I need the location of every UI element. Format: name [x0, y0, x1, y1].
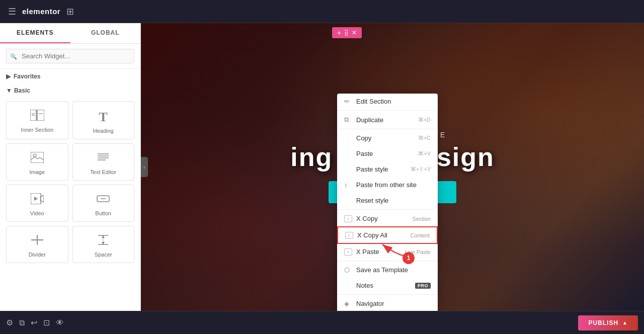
history-icon[interactable]: ↩ — [31, 318, 37, 327]
edit-section-label: Edit Section — [356, 98, 391, 105]
basic-section-header: ▼ Basic — [0, 84, 140, 97]
paste-style-left: Paste style — [344, 165, 388, 173]
responsive-icon[interactable]: ⊡ — [43, 318, 50, 327]
duplicate-left: ⧉ Duplicate — [344, 116, 383, 124]
svg-marker-13 — [34, 197, 38, 201]
save-template-left: ⬡ Save as Template — [344, 266, 408, 274]
context-menu-duplicate[interactable]: ⧉ Duplicate ⌘+D — [337, 112, 438, 128]
widget-heading[interactable]: T Heading — [72, 101, 135, 139]
divider-2 — [337, 129, 438, 129]
menu-icon[interactable]: ☰ — [8, 6, 16, 17]
add-element-icon[interactable]: + — [337, 29, 341, 37]
close-element-icon[interactable]: ✕ — [352, 29, 357, 36]
main-layout: ELEMENTS GLOBAL ▶ Favorites ▼ Basic Inn — [0, 23, 644, 311]
canvas-controls: + ⣿ ✕ — [332, 27, 362, 38]
app-title: elementor — [22, 7, 60, 16]
inner-section-label: Inner Section — [21, 127, 53, 133]
preview-icon[interactable]: 👁 — [56, 318, 64, 327]
button-icon — [97, 193, 110, 207]
layers-icon[interactable]: ⧉ — [19, 318, 25, 327]
sidebar: ELEMENTS GLOBAL ▶ Favorites ▼ Basic Inn — [0, 23, 141, 311]
widget-spacer[interactable]: Spacer — [72, 226, 135, 263]
context-menu-paste[interactable]: Paste ⌘+V — [337, 146, 438, 161]
widget-button[interactable]: Button — [72, 185, 135, 222]
publish-label: PUBLISH — [588, 319, 618, 326]
tab-elements[interactable]: ELEMENTS — [0, 23, 70, 43]
copy-label: Copy — [356, 134, 371, 142]
divider-1 — [337, 110, 438, 111]
text-editor-icon — [97, 152, 110, 166]
publish-button[interactable]: PUBLISH ▲ — [578, 315, 638, 330]
spacer-label: Spacer — [95, 252, 112, 258]
widget-video[interactable]: Video — [6, 185, 68, 222]
context-menu-paste-other[interactable]: ↕ Paste from other site — [337, 177, 438, 193]
context-menu-copy[interactable]: Copy ⌘+C — [337, 130, 438, 146]
x-paste-left: X X Paste — [344, 248, 379, 256]
search-input[interactable] — [6, 49, 134, 63]
notes-label: Notes — [356, 282, 373, 289]
svg-rect-5 — [31, 152, 44, 163]
context-menu-navigator[interactable]: ◈ Navigator — [337, 296, 438, 311]
reset-style-label: Reset style — [356, 197, 388, 204]
paste-style-shortcut: ⌘+⇧+V — [411, 166, 431, 173]
x-paste-checkbox: X — [344, 248, 352, 256]
tab-global[interactable]: GLOBAL — [70, 23, 141, 43]
edit-icon: ✏ — [344, 98, 352, 105]
x-paste-label: X Paste — [356, 248, 379, 256]
duplicate-label: Duplicate — [356, 116, 383, 124]
widget-divider[interactable]: Divider — [6, 226, 68, 263]
context-menu-x-copy[interactable]: X X Copy Section — [337, 211, 438, 226]
spacer-icon — [97, 234, 110, 248]
bottom-bar-left: ⚙ ⧉ ↩ ⊡ 👁 — [6, 318, 64, 327]
divider-5 — [337, 294, 438, 295]
navigator-label: Navigator — [356, 300, 384, 307]
widget-inner-section[interactable]: Inner Section — [6, 101, 68, 139]
svg-point-6 — [33, 154, 36, 157]
button-label: Button — [95, 210, 111, 216]
move-element-icon[interactable]: ⣿ — [344, 29, 349, 36]
context-menu-paste-style[interactable]: Paste style ⌘+⇧+V — [337, 161, 438, 177]
image-icon — [31, 152, 44, 166]
x-copy-checkbox: X — [344, 215, 352, 222]
navigator-left: ◈ Navigator — [344, 300, 384, 307]
search-wrapper — [6, 49, 134, 63]
settings-icon[interactable]: ⚙ — [6, 318, 13, 327]
notes-left: Notes — [344, 282, 373, 289]
widget-text-editor[interactable]: Text Editor — [72, 143, 135, 181]
widget-image[interactable]: Image — [6, 143, 68, 181]
paste-label: Paste — [356, 150, 373, 157]
text-editor-label: Text Editor — [90, 169, 116, 175]
save-template-icon: ⬡ — [344, 266, 352, 274]
favorites-section[interactable]: ▶ Favorites — [0, 69, 140, 84]
x-copy-all-checkbox: X — [345, 232, 353, 239]
sidebar-search — [0, 44, 140, 69]
paste-other-icon: ↕ — [344, 181, 352, 189]
svg-marker-12 — [41, 195, 44, 202]
basic-label: Basic — [14, 87, 30, 94]
paste-left: Paste — [344, 150, 373, 157]
context-menu-edit-section[interactable]: ✏ Edit Section — [337, 94, 438, 109]
canvas-area: + ⣿ ✕ GAMESITE TEMPLATE ing Site Design … — [141, 23, 644, 311]
reset-style-left: Reset style — [344, 197, 388, 204]
save-template-label: Save as Template — [356, 266, 408, 274]
favorites-label: Favorites — [14, 73, 40, 80]
duplicate-shortcut: ⌘+D — [418, 117, 431, 123]
copy-left: Copy — [344, 134, 371, 142]
context-menu-notes[interactable]: Notes PRO — [337, 278, 438, 293]
context-menu-reset-style[interactable]: Reset style — [337, 193, 438, 208]
x-copy-right-label: Section — [412, 216, 431, 222]
paste-shortcut: ⌘+V — [418, 150, 431, 157]
heading-label: Heading — [93, 128, 114, 134]
context-menu-save-template[interactable]: ⬡ Save as Template — [337, 262, 438, 278]
top-bar: ☰ elementor ⊞ — [0, 0, 644, 23]
paste-other-label: Paste from other site — [356, 181, 417, 189]
grid-icon[interactable]: ⊞ — [66, 6, 74, 17]
divider-label: Divider — [29, 252, 46, 258]
x-copy-label: X Copy — [356, 215, 378, 222]
paste-style-label: Paste style — [356, 165, 388, 173]
svg-rect-1 — [37, 110, 44, 121]
sidebar-handle[interactable]: ‹ — [141, 157, 148, 177]
x-copy-left: X X Copy — [344, 215, 378, 222]
video-icon — [31, 193, 44, 207]
image-label: Image — [29, 169, 45, 175]
